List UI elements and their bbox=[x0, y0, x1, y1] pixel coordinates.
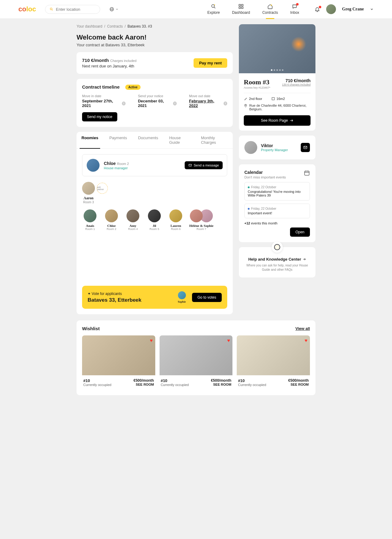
see-room-link[interactable]: SEE ROOM bbox=[134, 383, 154, 386]
pin-icon bbox=[244, 104, 247, 108]
tab-house-guide[interactable]: House Guide bbox=[167, 132, 192, 148]
tab-payments[interactable]: Payments bbox=[107, 132, 129, 148]
search-input[interactable] bbox=[56, 7, 96, 12]
room-title: Room #3 bbox=[244, 78, 270, 86]
search-bar[interactable] bbox=[45, 5, 100, 14]
message-viktor-button[interactable] bbox=[301, 143, 310, 152]
see-room-link[interactable]: SEE ROOM bbox=[288, 383, 309, 386]
chevron-down-icon bbox=[115, 8, 119, 11]
info-icon[interactable]: i bbox=[122, 101, 126, 105]
room-image: ♥ bbox=[160, 335, 233, 375]
avatar bbox=[169, 209, 182, 222]
timeline-notice: Send your notice December 03, 2021i bbox=[138, 94, 177, 108]
send-message-button[interactable]: Send a message bbox=[185, 161, 223, 169]
go-to-votes-button[interactable]: Go to votes bbox=[192, 293, 222, 302]
wishlist-item[interactable]: ♥ #10Currently occupied €500/monthSEE RO… bbox=[237, 335, 310, 390]
wishlist-title: Wishlist bbox=[82, 326, 100, 331]
wishlist-item[interactable]: ♥ #10Currently occupied €500/monthSEE RO… bbox=[160, 335, 233, 390]
room-image: ♥ bbox=[82, 335, 155, 375]
breadcrumb-dashboard[interactable]: Your dashboard bbox=[77, 24, 102, 29]
open-calendar-button[interactable]: Open bbox=[290, 227, 310, 237]
nav-inbox[interactable]: Inbox bbox=[290, 4, 299, 15]
manager-name: Chloe bbox=[104, 161, 116, 166]
nav-contracts[interactable]: Contracts bbox=[262, 4, 278, 15]
see-room-link[interactable]: SEE ROOM bbox=[211, 383, 232, 386]
breadcrumb: Your dashboard / Contracts / Bataves 33.… bbox=[77, 24, 233, 29]
welcome-section: Welcome back Aaron! Your contract at Bat… bbox=[77, 33, 233, 47]
calendar-subtitle: Don't miss important events bbox=[244, 175, 286, 179]
room-charges: 130 € charges included bbox=[282, 83, 311, 86]
roomie-item[interactable]: LaurenRoom 6 bbox=[168, 209, 184, 231]
room-image[interactable] bbox=[239, 24, 315, 73]
info-icon[interactable]: i bbox=[173, 101, 177, 105]
room-image: ♥ bbox=[237, 335, 310, 375]
nav-label: Inbox bbox=[290, 10, 299, 15]
nav-explore[interactable]: Explore bbox=[207, 4, 220, 15]
vote-card: ✦ Vote for applicants Bataves 33, Etterb… bbox=[82, 286, 227, 309]
viktor-name: Viktor bbox=[261, 143, 297, 148]
send-notice-button[interactable]: Send my notice bbox=[82, 112, 117, 121]
user-name: Greg Crane bbox=[342, 7, 364, 12]
tab-monthly-charges[interactable]: Monthly Charges bbox=[199, 132, 230, 148]
roomie-item[interactable]: AnaïsRoom 1 bbox=[82, 209, 98, 231]
calendar-event[interactable]: Friday, 22 October Congratulations! You'… bbox=[244, 182, 310, 201]
heart-icon[interactable]: ♥ bbox=[227, 338, 230, 343]
svg-point-7 bbox=[214, 4, 215, 5]
manager-role: House manager bbox=[104, 166, 180, 170]
svg-point-0 bbox=[51, 8, 52, 10]
arrow-right-icon bbox=[303, 258, 306, 261]
partner-name: Aaron bbox=[82, 196, 95, 201]
header: coloc Explore Dashboard Contracts Inbox bbox=[0, 0, 392, 19]
roomie-item[interactable]: JilRoom 5 bbox=[146, 209, 162, 231]
partner-row: Aaron Room 3 add partner bbox=[82, 182, 227, 204]
calendar-icon bbox=[304, 170, 310, 176]
tabs-panel: Roomies Payments Documents House Guide M… bbox=[77, 132, 233, 314]
logo[interactable]: coloc bbox=[18, 5, 36, 13]
rent-charges: Charges included bbox=[110, 59, 137, 63]
tab-roomies[interactable]: Roomies bbox=[80, 132, 100, 149]
avatar bbox=[190, 209, 203, 222]
breadcrumb-contracts[interactable]: Contracts bbox=[107, 24, 123, 29]
avatar bbox=[178, 291, 186, 299]
roomie-item[interactable]: ChloeRoom 2 bbox=[104, 209, 119, 231]
help-card[interactable]: Help and Knowledge Center Where you can … bbox=[239, 247, 315, 277]
partner-room: Room 3 bbox=[82, 201, 95, 204]
stairs-icon bbox=[244, 97, 247, 101]
roomie-item[interactable]: Hélène & SophieRoom 7 bbox=[189, 209, 213, 231]
room-key: Access key #123467* bbox=[244, 86, 270, 89]
room-area: 16m2 bbox=[271, 97, 285, 101]
heart-icon[interactable]: ♥ bbox=[150, 338, 153, 343]
wishlist-item[interactable]: ♥ #10Currently occupied €500/monthSEE RO… bbox=[82, 335, 155, 390]
applicant: Sophie bbox=[178, 291, 186, 303]
notifications-button[interactable] bbox=[315, 6, 320, 12]
svg-rect-10 bbox=[239, 7, 240, 9]
info-icon[interactable]: i bbox=[224, 101, 227, 105]
status-badge: Active bbox=[125, 85, 141, 90]
svg-rect-8 bbox=[239, 4, 240, 6]
lifebuoy-icon bbox=[274, 244, 280, 250]
carousel-dots[interactable] bbox=[271, 69, 284, 71]
pay-rent-button[interactable]: Pay my rent bbox=[194, 58, 227, 68]
chevron-down-icon[interactable] bbox=[370, 7, 374, 11]
rent-card: 710 €/month Charges included Next rent d… bbox=[77, 52, 233, 74]
see-room-page-button[interactable]: See Room Page bbox=[244, 115, 311, 126]
user-avatar[interactable] bbox=[326, 4, 336, 14]
avatar bbox=[87, 159, 100, 172]
nav-dashboard[interactable]: Dashboard bbox=[232, 4, 250, 15]
roomies-grid: AnaïsRoom 1 ChloeRoom 2 AmyRoom 4 JilRoo… bbox=[82, 209, 227, 231]
add-partner-button[interactable]: add partner bbox=[97, 183, 108, 194]
language-selector[interactable] bbox=[109, 7, 119, 12]
svg-rect-14 bbox=[272, 97, 274, 100]
nav-label: Contracts bbox=[262, 10, 278, 15]
search-icon bbox=[50, 7, 53, 11]
rent-due: Next rent due on January, 4th bbox=[82, 64, 137, 68]
area-icon bbox=[271, 97, 275, 101]
calendar-event[interactable]: Friday, 22 October Important event! bbox=[244, 204, 310, 218]
help-text: Where you can ask for help, read your Ho… bbox=[244, 263, 310, 272]
calendar-title: Calendar bbox=[244, 170, 286, 175]
view-all-link[interactable]: View all bbox=[296, 326, 310, 331]
roomie-item[interactable]: AmyRoom 4 bbox=[125, 209, 141, 231]
heart-icon[interactable]: ♥ bbox=[305, 338, 308, 343]
tab-documents[interactable]: Documents bbox=[136, 132, 160, 148]
vote-tag: ✦ Vote for applicants bbox=[88, 292, 178, 296]
